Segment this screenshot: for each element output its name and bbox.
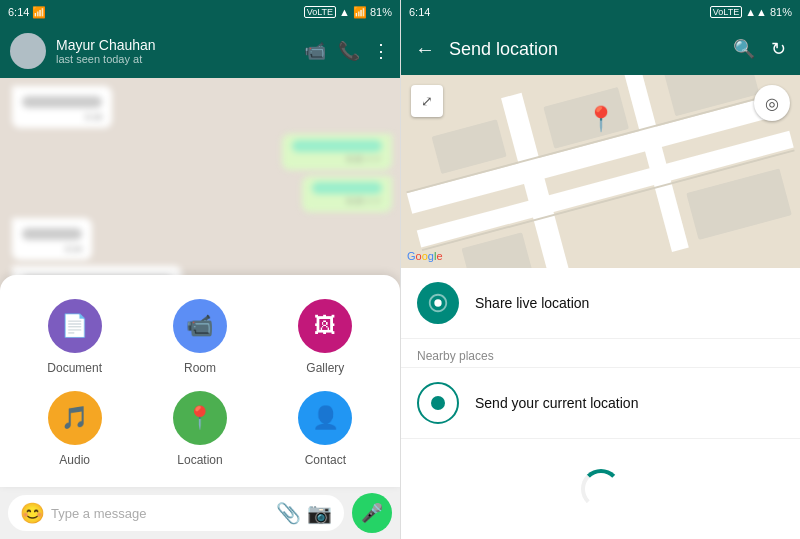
refresh-button[interactable]: ↻ [771,38,786,60]
my-location-button[interactable]: ◎ [754,85,790,121]
live-location-icon [417,282,459,324]
google-e-letter: e [436,250,442,262]
input-placeholder: Type a message [51,506,270,521]
send-location-header: ← Send location 🔍 ↻ [401,23,800,75]
right-status-bar: 6:14 VoLTE ▲▲ 81% [401,0,800,23]
location-icon-circle: 📍 [173,391,227,445]
contact-icon-circle: 👤 [298,391,352,445]
msg-time-4: 3:24 [22,244,82,254]
document-label: Document [47,361,102,375]
current-location-text: Send your current location [475,395,638,411]
chat-header: Mayur Chauhan last seen today at 📹 📞 ⋮ [0,24,400,78]
status-bar-left: 6:14 📶 [8,6,46,19]
send-current-location-row[interactable]: Send your current location [401,368,800,439]
google-g-letter: G [407,250,416,262]
msg-text-blur [22,96,102,108]
map-expand-button[interactable]: ⤢ [411,85,443,117]
location-label: Location [177,453,222,467]
room-label: Room [184,361,216,375]
paperclip-icon[interactable]: 📎 [276,501,301,525]
more-options-icon[interactable]: ⋮ [372,40,390,62]
google-logo: Google [407,250,443,262]
chat-input-bar: 😊 Type a message 📎 📷 🎤 [0,487,400,539]
contact-status: last seen today at [56,53,294,65]
gallery-label: Gallery [306,361,344,375]
left-panel: 6:14 📶 VoLTE ▲ 📶 81% Mayur Chauhan last … [0,0,400,539]
msg-time-3: 3:23 ✓✓ [312,196,382,206]
msg-text-blur-3 [312,182,382,194]
contact-label: Contact [305,453,346,467]
signal-icon: 📶 [353,6,367,19]
left-status-bar: 6:14 📶 VoLTE ▲ 📶 81% [0,0,400,24]
msg-time-1: 3:18 [22,112,102,122]
voice-call-icon[interactable]: 📞 [338,40,360,62]
live-location-svg [427,292,449,314]
time-display: 6:14 [8,6,29,18]
volte-badge: VoLTE [304,6,336,18]
video-call-icon[interactable]: 📹 [304,40,326,62]
audio-icon-circle: 🎵 [48,391,102,445]
right-status-left: 6:14 [409,6,430,18]
status-bar-right: VoLTE ▲ 📶 81% [304,6,392,19]
header-info: Mayur Chauhan last seen today at [56,37,294,65]
battery-level: 81% [370,6,392,18]
contact-name: Mayur Chauhan [56,37,294,53]
header-actions: 📹 📞 ⋮ [304,40,390,62]
right-status-right: VoLTE ▲▲ 81% [710,6,792,18]
nearby-places-label: Nearby places [401,339,800,368]
attach-item-location[interactable]: 📍 Location [173,391,227,467]
sent-message-2: 3:23 ✓✓ [302,176,392,212]
send-location-title: Send location [449,39,719,60]
share-live-location-row[interactable]: Share live location [401,268,800,339]
loading-spinner-area [401,439,800,539]
right-volte: VoLTE [710,6,742,18]
mic-button[interactable]: 🎤 [352,493,392,533]
map-svg [401,75,800,268]
attach-item-gallery[interactable]: 🖼 Gallery [298,299,352,375]
sent-message-1: 3:22 ✓✓ [282,134,392,170]
search-button[interactable]: 🔍 [733,38,755,60]
map-area[interactable]: 📍 ⤢ ◎ Google [401,75,800,268]
back-button[interactable]: ← [415,38,435,61]
avatar [10,33,46,69]
loading-spinner [581,469,621,509]
received-message-1: 3:18 [12,86,112,128]
share-live-location-text: Share live location [475,295,589,311]
svg-point-12 [434,299,441,306]
message-input-box[interactable]: 😊 Type a message 📎 📷 [8,495,344,531]
msg-text-blur-4 [22,228,82,240]
right-signal: ▲▲ [745,6,767,18]
wifi-icon: ▲ [339,6,350,18]
location-options: Share live location Nearby places Send y… [401,268,800,539]
attach-item-audio[interactable]: 🎵 Audio [48,391,102,467]
gallery-icon-circle: 🖼 [298,299,352,353]
current-location-dot [431,396,445,410]
received-message-2: 3:24 [12,218,92,260]
attach-grid: 📄 Document 📹 Room 🖼 Gallery 🎵 Audio 📍 Lo… [20,299,380,467]
camera-icon[interactable]: 📷 [307,501,332,525]
map-pin: 📍 [586,105,616,133]
room-icon-circle: 📹 [173,299,227,353]
document-icon-circle: 📄 [48,299,102,353]
notification-icons: 📶 [32,6,46,19]
attach-menu: 📄 Document 📹 Room 🖼 Gallery 🎵 Audio 📍 Lo… [0,275,400,487]
msg-text-blur-2 [292,140,382,152]
msg-time-2: 3:22 ✓✓ [292,154,382,164]
emoji-icon[interactable]: 😊 [20,501,45,525]
right-panel: 6:14 VoLTE ▲▲ 81% ← Send location 🔍 ↻ [400,0,800,539]
attach-item-room[interactable]: 📹 Room [173,299,227,375]
right-time: 6:14 [409,6,430,18]
current-location-icon [417,382,459,424]
audio-label: Audio [59,453,90,467]
attach-item-contact[interactable]: 👤 Contact [298,391,352,467]
header-action-icons: 🔍 ↻ [733,38,786,60]
right-battery: 81% [770,6,792,18]
attach-item-document[interactable]: 📄 Document [47,299,102,375]
